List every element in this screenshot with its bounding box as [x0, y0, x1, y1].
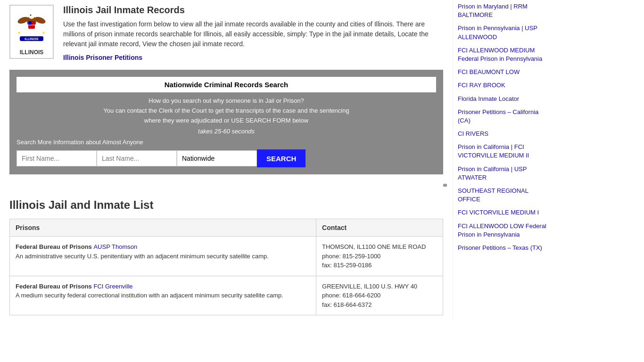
- search-line2: You can contact the Clerk of the Court t…: [103, 107, 349, 114]
- location-input[interactable]: [177, 150, 257, 166]
- prison-fax: fax: 618-664-6372: [322, 301, 372, 308]
- search-timing: takes 25-60 seconds: [17, 128, 436, 135]
- prison-location: THOMSON, IL1100 ONE MILE ROAD: [322, 243, 426, 250]
- search-button[interactable]: SEARCH: [257, 149, 305, 167]
- search-line3: where they were adjudicated or USE SEARC…: [144, 117, 308, 124]
- first-name-input[interactable]: [17, 150, 97, 166]
- prison-phone: phone: 618-664-6200: [322, 292, 380, 299]
- search-description: How do you search out why someone is in …: [17, 96, 436, 125]
- svg-text:ILLINOIS: ILLINOIS: [25, 37, 39, 41]
- prison-link[interactable]: AUSP Thomson: [93, 243, 137, 250]
- sidebar-link-6[interactable]: Prisoner Petitions – California (CA): [458, 108, 552, 125]
- prison-phone: phone: 815-259-1000: [322, 253, 380, 260]
- header-section: ★ ★ ILLINOIS ILLINOIS Illinois Jail Inma…: [9, 5, 443, 63]
- page-title: Illinois Jail Inmate Records: [63, 5, 443, 16]
- search-more: Search More Information about Almost Any…: [17, 139, 436, 146]
- last-name-input[interactable]: [97, 150, 177, 166]
- search-line1: How do you search out why someone is in …: [149, 97, 304, 104]
- prison-description: A medium security federal correctional i…: [16, 292, 283, 299]
- search-form: SEARCH: [17, 149, 436, 167]
- col-contact-header: Contact: [316, 219, 443, 237]
- sidebar-link-11[interactable]: FCI VICTORVILLE MEDIUM I: [458, 208, 552, 217]
- prison-link[interactable]: FCI Greenville: [93, 283, 132, 290]
- table-row: Federal Bureau of Prisons AUSP Thomson A…: [10, 237, 443, 276]
- svg-text:★: ★: [42, 31, 45, 35]
- table-row: Federal Bureau of Prisons FCI Greenville…: [10, 276, 443, 315]
- sidebar-link-9[interactable]: Prison in California | USP ATWATER: [458, 165, 552, 182]
- sidebar: Prison in Maryland | RRM BALTIMOREPrison…: [453, 0, 556, 320]
- sidebar-link-5[interactable]: Florida Inmate Locator: [458, 95, 552, 103]
- header-text: Illinois Jail Inmate Records Use the fas…: [63, 5, 443, 63]
- search-section: Nationwide Criminal Records Search How d…: [9, 70, 443, 174]
- prisoner-petitions-link[interactable]: Illinois Prisoner Petitions: [63, 54, 142, 61]
- jail-list-title: Illinois Jail and Inmate List: [9, 198, 443, 212]
- prison-fax: fax: 815-259-0186: [322, 262, 372, 269]
- state-label: ILLINOIS: [13, 49, 50, 56]
- search-title: Nationwide Criminal Records Search: [17, 77, 436, 92]
- sidebar-link-13[interactable]: Prisoner Petitions – Texas (TX): [458, 244, 552, 252]
- sidebar-link-10[interactable]: SOUTHEAST REGIONAL OFFICE: [458, 187, 552, 204]
- prison-location: GREENVILLE, IL100 U.S. HWY 40: [322, 283, 417, 290]
- svg-text:★: ★: [17, 31, 21, 35]
- sidebar-link-1[interactable]: Prison in Pennsylvania | USP ALLENWOOD: [458, 24, 552, 41]
- prison-prefix: Federal Bureau of Prisons: [16, 283, 93, 290]
- sidebar-link-8[interactable]: Prison in California | FCI VICTORVILLE M…: [458, 143, 552, 160]
- sidebar-link-4[interactable]: FCI RAY BROOK: [458, 81, 552, 90]
- prison-description: An administrative security U.S. penitent…: [16, 253, 269, 260]
- sidebar-link-7[interactable]: CI RIVERS: [458, 130, 552, 138]
- jail-table: Prisons Contact Federal Bureau of Prison…: [9, 219, 443, 315]
- header-description: Use the fast investigation form below to…: [63, 19, 443, 49]
- prison-prefix: Federal Bureau of Prisons: [16, 243, 93, 250]
- svg-point-6: [30, 15, 32, 16]
- svg-rect-8: [28, 21, 32, 25]
- sidebar-link-3[interactable]: FCI BEAUMONT LOW: [458, 68, 552, 76]
- sidebar-link-2[interactable]: FCI ALLENWOOD MEDIUM Federal Prison in P…: [458, 46, 552, 63]
- state-logo: ★ ★ ILLINOIS ILLINOIS: [9, 5, 54, 59]
- sidebar-link-0[interactable]: Prison in Maryland | RRM BALTIMORE: [458, 2, 552, 19]
- sidebar-link-12[interactable]: FCI ALLENWOOD LOW Federal Prison in Penn…: [458, 222, 552, 239]
- col-prisons-header: Prisons: [10, 219, 316, 237]
